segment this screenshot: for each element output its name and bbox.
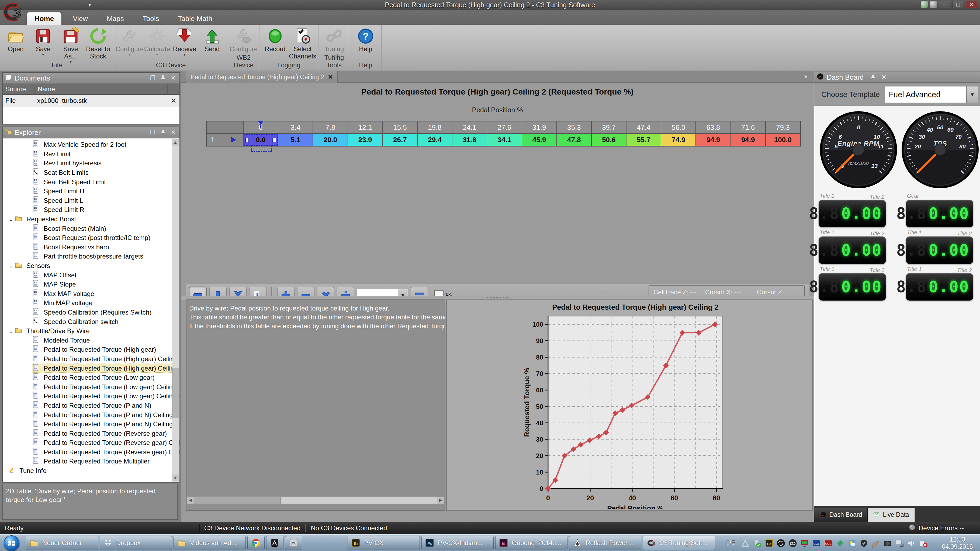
panel-close-icon[interactable]: ✕ xyxy=(880,73,888,81)
receive-button[interactable]: Receive▾ xyxy=(171,26,198,56)
usb-ok-icon[interactable] xyxy=(752,538,762,548)
save-button[interactable]: Save▾ xyxy=(30,26,57,56)
cc-red-app-icon[interactable]: CCL xyxy=(823,538,833,548)
menu-tab-tools[interactable]: Tools xyxy=(135,13,167,25)
panel-pin-icon[interactable] xyxy=(159,129,167,136)
tree-expand-icon[interactable]: ⌄ xyxy=(8,216,14,222)
bridge-tray-icon[interactable]: Br xyxy=(764,538,774,548)
signal-tower-icon[interactable] xyxy=(740,538,750,548)
column-header[interactable]: 63.8 xyxy=(696,121,730,133)
table-cell[interactable]: 34.1 xyxy=(487,133,522,146)
column-header[interactable]: 19.8 xyxy=(417,121,452,133)
column-header[interactable]: 31.9 xyxy=(522,121,557,133)
explorer-item[interactable]: 1:0Min MAP voltage xyxy=(3,299,171,308)
table-cell[interactable]: 0.0 xyxy=(243,133,278,146)
document-close-icon[interactable]: ✕ xyxy=(168,97,180,105)
sync-app-icon[interactable] xyxy=(776,538,786,548)
explorer-item[interactable]: 1:0Speed Limit L xyxy=(3,196,171,205)
explorer-item[interactable]: Pedal to Requested Torque (Reverse gear) xyxy=(3,429,171,438)
tree-expand-icon[interactable]: ⌄ xyxy=(8,328,14,334)
display-driver-icon[interactable] xyxy=(800,538,810,548)
start-button[interactable] xyxy=(4,535,19,551)
explorer-item[interactable]: 1:0Max MAP voltage xyxy=(3,289,171,299)
documents-col-name[interactable]: Name xyxy=(35,86,167,93)
titlebar-icon-2[interactable] xyxy=(930,1,937,8)
column-header[interactable]: 3.4 xyxy=(278,121,313,133)
cc-blue-app-icon[interactable]: CC3 xyxy=(811,538,821,548)
scroll-right-icon[interactable]: ▶ xyxy=(437,497,444,503)
screenshot-app-icon[interactable] xyxy=(883,538,892,548)
explorer-item[interactable]: 1:0Max Vehicle Speed for 2 foot xyxy=(3,140,171,149)
send-button[interactable]: Send xyxy=(199,26,226,52)
menu-tab-table-math[interactable]: Table Math xyxy=(170,13,220,25)
explorer-item[interactable]: Seat Belt Limits xyxy=(3,168,171,178)
table-cell[interactable]: 20.0 xyxy=(313,133,348,146)
table-cell[interactable]: 29.4 xyxy=(417,133,452,146)
table-cell[interactable]: 5.1 xyxy=(278,133,313,146)
table-cell[interactable]: 26.7 xyxy=(383,133,417,146)
tree-expand-icon[interactable]: ⌄ xyxy=(8,263,14,269)
reset-to-stock-button[interactable]: Reset to Stock xyxy=(84,26,111,60)
explorer-item[interactable]: 1:0Seat Belt Speed Limit xyxy=(3,177,171,187)
explorer-item[interactable]: 1:0Rev Limit hysteresis xyxy=(3,159,171,168)
explorer-item[interactable]: 1:0Rev Limit xyxy=(3,149,171,159)
explorer-item[interactable]: Boost Request (Main) xyxy=(3,224,171,233)
row-header[interactable]: 1 xyxy=(207,133,243,146)
table-cell[interactable]: 50.6 xyxy=(592,133,626,146)
column-header[interactable]: 47.4 xyxy=(626,121,661,133)
column-header[interactable]: 79.3 xyxy=(765,121,800,133)
scroll-left-icon[interactable]: ◀ xyxy=(187,497,194,503)
column-header[interactable]: 27.6 xyxy=(487,121,522,133)
menu-tab-view[interactable]: View xyxy=(65,13,95,25)
panel-close-icon[interactable]: ✕ xyxy=(169,129,177,136)
green-sync-icon[interactable] xyxy=(835,538,845,548)
table-cell[interactable]: 94.9 xyxy=(696,133,730,146)
column-header[interactable]: 56.0 xyxy=(661,121,696,133)
explorer-item[interactable]: Pedal to Requested Torque (P and N) Ceil… xyxy=(3,419,171,429)
menu-tab-home[interactable]: Home xyxy=(27,13,61,25)
explorer-item[interactable]: ⌄Sensors xyxy=(3,261,171,271)
document-row[interactable]: Filexp1000_turbo.stk✕ xyxy=(3,95,180,107)
dashboard-tab-live-data[interactable]: Live Data xyxy=(868,508,915,522)
explorer-item[interactable]: Speedo Calibration switch xyxy=(3,317,171,326)
document-tab[interactable]: Pedal to Requested Torque (High gear) Ce… xyxy=(186,71,337,83)
taskbar-button-gripone-2014-i-[interactable]: IdGripone_2014.i... xyxy=(495,536,568,550)
record-button[interactable]: Record xyxy=(262,26,289,52)
device-errors-icon[interactable] xyxy=(908,524,916,533)
open-button[interactable]: Open xyxy=(2,26,29,52)
maximize-button[interactable]: □ xyxy=(953,1,964,8)
explorer-item[interactable]: 1:0Speedo Calibration (Requires Switch) xyxy=(3,308,171,317)
explorer-item[interactable]: Pedal to Requested Torque (Reverse gear)… xyxy=(3,448,171,457)
explorer-item[interactable]: Pedal to Requested Torque Multiplier xyxy=(3,457,171,466)
column-header[interactable]: 0 xyxy=(243,121,278,133)
scrollbar-thumb[interactable] xyxy=(172,368,179,418)
menu-tab-maps[interactable]: Maps xyxy=(99,13,132,25)
explorer-item[interactable]: Pedal to Requested Torque (High gear) xyxy=(3,345,171,354)
template-select[interactable]: Fuel Advanced ▼ xyxy=(885,86,978,103)
explorer-item[interactable]: Pedal to Requested Torque (Reverse gear)… xyxy=(3,438,171,448)
description-hscrollbar[interactable]: ◀ ▶ xyxy=(187,497,444,503)
panel-restore-icon[interactable]: ❐ xyxy=(149,74,157,82)
taskbar-button-pv-cx-indian-[interactable]: PsPV-CX-Indian... xyxy=(422,536,494,550)
tab-close-icon[interactable]: ✕ xyxy=(328,73,333,81)
selection-handle[interactable] xyxy=(272,138,276,143)
column-header[interactable]: 15.5 xyxy=(383,121,417,133)
explorer-item[interactable]: Pedal to Requested Torque (P and N) Ceil… xyxy=(3,410,171,419)
minimize-button[interactable]: – xyxy=(939,1,950,8)
volume-icon[interactable] xyxy=(907,538,916,548)
creative-cloud-icon[interactable] xyxy=(788,538,797,548)
weather-app-icon[interactable] xyxy=(847,538,857,548)
network-monitor-icon[interactable] xyxy=(894,538,904,548)
pen-tablet-icon[interactable] xyxy=(871,538,881,548)
titlebar-icon-1[interactable] xyxy=(921,1,928,8)
table-cell[interactable]: 45.9 xyxy=(522,133,557,146)
column-header[interactable]: 24.1 xyxy=(452,121,487,133)
hscrollbar-thumb[interactable] xyxy=(194,497,281,504)
column-header[interactable]: 12.1 xyxy=(348,121,383,133)
taskbar-button-chrome[interactable] xyxy=(247,536,265,550)
taskbar-button-app-gray[interactable] xyxy=(285,536,302,550)
taskbar-button-neuer-ordner[interactable]: Neuer Ordner xyxy=(26,536,98,550)
panel-close-icon[interactable]: ✕ xyxy=(169,74,177,82)
tab-list-chevron-icon[interactable]: ▾ xyxy=(804,73,807,80)
taskbar-clock[interactable]: 12:53 04.09.2016 xyxy=(937,536,978,551)
